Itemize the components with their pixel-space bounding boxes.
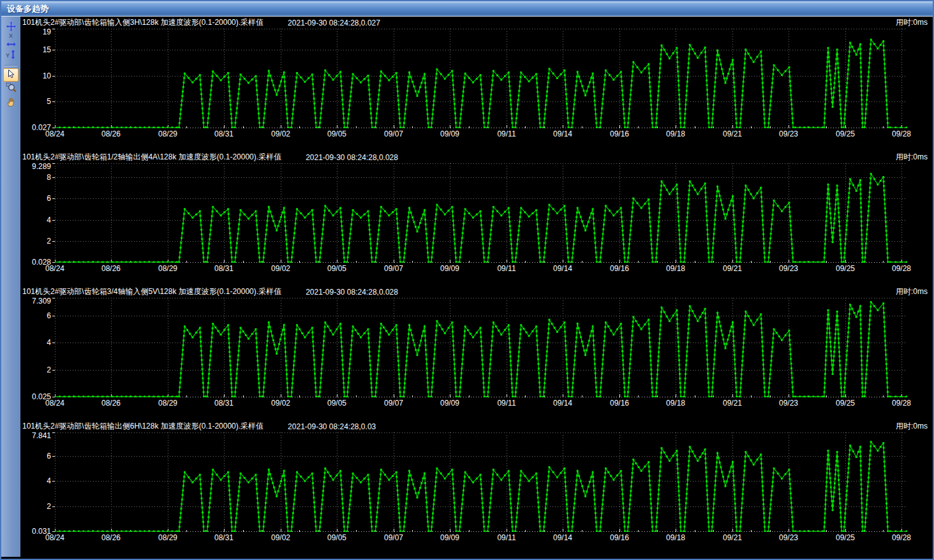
y-tick-label: 6 bbox=[47, 452, 51, 460]
x-tick-label: 09/05 bbox=[323, 129, 351, 138]
channel-title: 101机头2#驱动部\齿轮箱输入侧3H\128k 加速度波形(0.1-20000… bbox=[22, 17, 263, 28]
y-tick-label: 8 bbox=[47, 173, 51, 181]
elapsed-time: 用时:0ms bbox=[896, 286, 928, 297]
x-axis-labels: 08/2408/2608/2908/3109/0209/0509/0709/09… bbox=[20, 397, 933, 409]
hand-icon bbox=[6, 96, 17, 110]
x-axis-labels: 08/2408/2608/2908/3109/0209/0509/0709/09… bbox=[20, 263, 933, 275]
x-tick-label: 09/28 bbox=[887, 533, 915, 542]
channel-title: 101机头2#驱动部\齿轮箱3/4轴输入侧5V\128k 加速度波形(0.1-2… bbox=[22, 286, 281, 297]
x-tick-label: 09/11 bbox=[493, 129, 521, 138]
title-bar[interactable]: 设备多趋势 bbox=[1, 1, 933, 17]
zoom-y-button[interactable]: Y bbox=[3, 49, 19, 63]
x-axis-letter: X bbox=[9, 34, 13, 38]
x-tick-label: 09/18 bbox=[662, 264, 690, 273]
y-tick-label: 4 bbox=[47, 216, 51, 224]
x-tick-label: 09/28 bbox=[887, 399, 915, 408]
x-tick-label: 09/07 bbox=[380, 264, 408, 273]
x-tick-label: 09/14 bbox=[549, 264, 577, 273]
x-tick-label: 09/28 bbox=[887, 264, 915, 273]
x-axis-labels: 08/2408/2608/2908/3109/0209/0509/0709/09… bbox=[20, 532, 933, 544]
x-tick-label: 09/05 bbox=[323, 533, 351, 542]
x-tick-label: 09/05 bbox=[323, 264, 351, 273]
x-tick-label: 09/09 bbox=[436, 399, 464, 408]
x-tick-label: 09/14 bbox=[549, 129, 577, 138]
x-tick-label: 09/14 bbox=[549, 399, 577, 408]
cursor-arrow-icon bbox=[6, 69, 16, 82]
x-tick-label: 09/07 bbox=[380, 129, 408, 138]
x-tick-label: 09/02 bbox=[267, 533, 295, 542]
x-tick-label: 09/25 bbox=[831, 533, 859, 542]
x-tick-label: 09/02 bbox=[267, 129, 295, 138]
content-area: X Y bbox=[1, 17, 933, 557]
x-tick-label: 09/09 bbox=[436, 533, 464, 542]
x-tick-label: 09/21 bbox=[718, 129, 746, 138]
x-tick-label: 09/23 bbox=[775, 399, 803, 408]
x-tick-label: 09/21 bbox=[718, 399, 746, 408]
y-tick-label: 4 bbox=[47, 339, 51, 346]
horizontal-arrows-icon bbox=[6, 38, 16, 50]
toolbar-separator bbox=[4, 65, 17, 66]
trend-plot-canvas-1[interactable] bbox=[55, 29, 907, 128]
x-tick-label: 09/23 bbox=[775, 129, 803, 138]
window-title: 设备多趋势 bbox=[7, 3, 48, 15]
cursor-readout: 2021-09-30 08:24:28,0.03 bbox=[288, 422, 376, 431]
trend-chart-2: 101机头2#驱动部\齿轮箱1/2轴输出侧4A\128k 加速度波形(0.1-2… bbox=[20, 151, 933, 286]
x-tick-label: 09/05 bbox=[323, 399, 351, 408]
x-tick-label: 09/11 bbox=[493, 399, 521, 408]
x-tick-label: 09/25 bbox=[831, 129, 859, 138]
y-axis-labels: 9.28986420.028 bbox=[20, 163, 55, 263]
x-tick-label: 09/02 bbox=[267, 264, 295, 273]
y-axis-labels: 7.3096420.025 bbox=[20, 298, 55, 397]
vertical-arrows-icon bbox=[10, 50, 16, 62]
trend-plot-canvas-2[interactable] bbox=[55, 163, 907, 263]
channel-title: 101机头2#驱动部\齿轮箱1/2轴输出侧4A\128k 加速度波形(0.1-2… bbox=[22, 152, 281, 163]
cursor-readout: 2021-09-30 08:24:28,0.028 bbox=[306, 153, 398, 162]
x-tick-label: 08/24 bbox=[41, 129, 69, 138]
x-tick-label: 09/18 bbox=[662, 399, 690, 408]
elapsed-time: 用时:0ms bbox=[896, 152, 928, 163]
y-tick-label: 2 bbox=[47, 237, 51, 245]
x-tick-label: 09/28 bbox=[887, 129, 915, 138]
x-tick-label: 09/16 bbox=[605, 129, 634, 138]
trend-panels: 101机头2#驱动部\齿轮箱输入侧3H\128k 加速度波形(0.1-20000… bbox=[20, 17, 933, 557]
y-tick-label: 2 bbox=[47, 503, 51, 510]
trend-plot-canvas-4[interactable] bbox=[55, 432, 907, 532]
x-axis-labels: 08/2408/2608/2908/3109/0209/0509/0709/09… bbox=[20, 128, 933, 140]
zoom-x-button[interactable]: X bbox=[3, 35, 19, 48]
cursor-readout: 2021-09-30 08:24:28,0.028 bbox=[306, 288, 398, 297]
x-tick-label: 08/31 bbox=[210, 264, 238, 273]
chart-toolbar: X Y bbox=[1, 17, 20, 557]
y-axis-letter: Y bbox=[6, 54, 10, 58]
trend-chart-1: 101机头2#驱动部\齿轮箱输入侧3H\128k 加速度波形(0.1-20000… bbox=[20, 17, 933, 151]
x-tick-label: 08/31 bbox=[210, 129, 238, 138]
x-tick-label: 09/07 bbox=[380, 533, 408, 542]
y-axis-labels: 19151050.027 bbox=[20, 29, 55, 128]
x-tick-label: 09/11 bbox=[493, 533, 521, 542]
app-window: 设备多趋势 X Y bbox=[0, 0, 934, 560]
y-tick-label: 7.841 bbox=[32, 432, 51, 439]
pan-hand-button[interactable] bbox=[3, 96, 19, 110]
x-tick-label: 08/29 bbox=[154, 399, 182, 408]
x-tick-label: 09/16 bbox=[605, 264, 634, 273]
y-tick-label: 4 bbox=[47, 477, 51, 485]
y-tick-label: 2 bbox=[47, 366, 51, 374]
y-tick-label: 9.289 bbox=[32, 163, 51, 170]
trend-plot-canvas-3[interactable] bbox=[55, 298, 907, 397]
cursor-readout: 2021-09-30 08:24:28,0.027 bbox=[288, 18, 380, 27]
trend-chart-4: 101机头2#驱动部\齿轮箱输出侧6H\128k 加速度波形(0.1-20000… bbox=[20, 420, 933, 555]
x-tick-label: 08/24 bbox=[41, 533, 69, 542]
x-tick-label: 08/26 bbox=[97, 533, 125, 542]
x-tick-label: 09/18 bbox=[662, 129, 690, 138]
x-tick-label: 09/07 bbox=[380, 399, 408, 408]
x-tick-label: 09/23 bbox=[775, 533, 803, 542]
y-tick-label: 19 bbox=[43, 28, 51, 36]
y-tick-label: 5 bbox=[47, 98, 51, 105]
select-cursor-button[interactable] bbox=[3, 68, 19, 82]
x-tick-label: 09/21 bbox=[718, 533, 746, 542]
x-tick-label: 08/26 bbox=[97, 129, 125, 138]
y-tick-label: 10 bbox=[43, 72, 51, 80]
zoom-window-button[interactable] bbox=[3, 82, 19, 96]
y-tick-label: 7.309 bbox=[32, 297, 51, 305]
x-tick-label: 09/25 bbox=[831, 264, 859, 273]
y-tick-label: 6 bbox=[47, 312, 51, 320]
